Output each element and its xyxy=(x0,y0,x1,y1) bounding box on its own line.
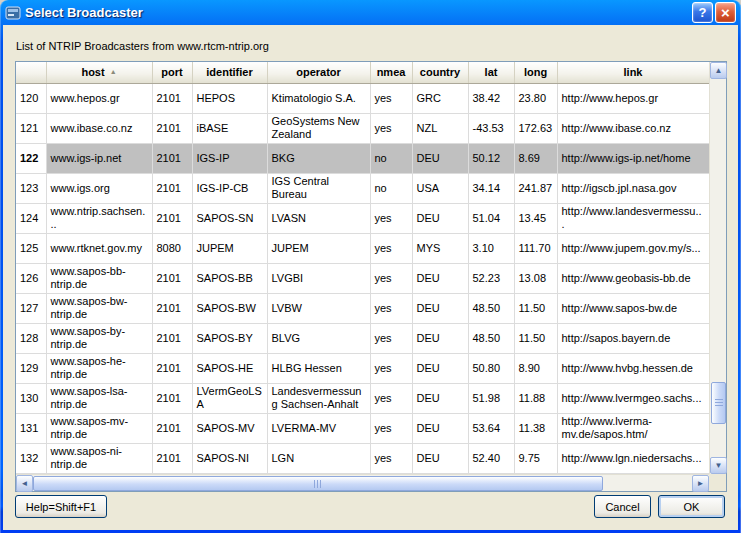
col-header-link[interactable]: link xyxy=(557,62,709,83)
cancel-button[interactable]: Cancel xyxy=(594,495,651,518)
cell-nmea[interactable]: yes xyxy=(370,263,412,293)
cell-num[interactable]: 126 xyxy=(16,263,46,293)
cell-country[interactable]: NZL xyxy=(412,113,468,143)
cell-nmea[interactable]: yes xyxy=(370,83,412,113)
cell-lat[interactable]: 52.40 xyxy=(468,443,514,473)
table-row[interactable]: 126www.sapos-bb-ntrip.de2101SAPOS-BBLVGB… xyxy=(16,263,709,293)
cell-long[interactable]: 13.45 xyxy=(514,203,557,233)
cell-country[interactable]: USA xyxy=(412,173,468,203)
cell-link[interactable]: http://www.hvbg.hessen.de xyxy=(557,353,709,383)
cell-long[interactable]: 111.70 xyxy=(514,233,557,263)
cell-country[interactable]: DEU xyxy=(412,263,468,293)
cell-nmea[interactable]: yes xyxy=(370,203,412,233)
cell-long[interactable]: 9.75 xyxy=(514,443,557,473)
cell-host[interactable]: www.ntrip.sachsen... xyxy=(46,203,152,233)
cell-operator[interactable]: IGS Central Bureau xyxy=(267,173,370,203)
cell-operator[interactable]: GeoSystems New Zealand xyxy=(267,113,370,143)
col-header-nmea[interactable]: nmea xyxy=(370,62,412,83)
cell-nmea[interactable]: yes xyxy=(370,353,412,383)
table-row[interactable]: 121www.ibase.co.nz2101iBASEGeoSystems Ne… xyxy=(16,113,709,143)
cell-operator[interactable]: LVASN xyxy=(267,203,370,233)
horizontal-scrollbar-thumb[interactable] xyxy=(33,476,603,491)
cell-port[interactable]: 2101 xyxy=(152,173,192,203)
scroll-up-icon[interactable]: ▲ xyxy=(710,62,727,79)
cell-nmea[interactable]: yes xyxy=(370,233,412,263)
cell-country[interactable]: DEU xyxy=(412,203,468,233)
cell-lat[interactable]: 48.50 xyxy=(468,323,514,353)
cell-country[interactable]: DEU xyxy=(412,383,468,413)
cell-num[interactable]: 125 xyxy=(16,233,46,263)
cell-nmea[interactable]: yes xyxy=(370,113,412,143)
cell-host[interactable]: www.rtknet.gov.my xyxy=(46,233,152,263)
cell-identifier[interactable]: SAPOS-SN xyxy=(192,203,267,233)
table-row[interactable]: 124www.ntrip.sachsen...2101SAPOS-SNLVASN… xyxy=(16,203,709,233)
cell-host[interactable]: www.sapos-ni-ntrip.de xyxy=(46,443,152,473)
cell-identifier[interactable]: IGS-IP-CB xyxy=(192,173,267,203)
cell-port[interactable]: 2101 xyxy=(152,113,192,143)
cell-identifier[interactable]: SAPOS-MV xyxy=(192,413,267,443)
table-row[interactable]: 128www.sapos-by-ntrip.de2101SAPOS-BYBLVG… xyxy=(16,323,709,353)
table-row[interactable]: 122www.igs-ip.net2101IGS-IPBKGnoDEU50.12… xyxy=(16,143,709,173)
cell-operator[interactable]: JUPEM xyxy=(267,233,370,263)
cell-host[interactable]: www.sapos-he-ntrip.de xyxy=(46,353,152,383)
cell-nmea[interactable]: yes xyxy=(370,413,412,443)
cell-port[interactable]: 2101 xyxy=(152,413,192,443)
col-header-port[interactable]: port xyxy=(152,62,192,83)
col-header-country[interactable]: country xyxy=(412,62,468,83)
title-bar[interactable]: Select Broadcaster ? × xyxy=(0,0,741,25)
cell-identifier[interactable]: SAPOS-BY xyxy=(192,323,267,353)
cell-num[interactable]: 120 xyxy=(16,83,46,113)
table-row[interactable]: 132www.sapos-ni-ntrip.de2101SAPOS-NILGNy… xyxy=(16,443,709,473)
cell-lat[interactable]: 51.04 xyxy=(468,203,514,233)
cell-port[interactable]: 2101 xyxy=(152,203,192,233)
cell-country[interactable]: DEU xyxy=(412,323,468,353)
cell-num[interactable]: 124 xyxy=(16,203,46,233)
vertical-scrollbar-thumb[interactable] xyxy=(711,382,726,424)
cell-operator[interactable]: LVBW xyxy=(267,293,370,323)
cell-link[interactable]: http://www.lgn.niedersachs... xyxy=(557,443,709,473)
cell-link[interactable]: http://www.ibase.co.nz xyxy=(557,113,709,143)
cell-num[interactable]: 127 xyxy=(16,293,46,323)
cell-nmea[interactable]: yes xyxy=(370,443,412,473)
cell-num[interactable]: 128 xyxy=(16,323,46,353)
cell-port[interactable]: 2101 xyxy=(152,83,192,113)
cell-long[interactable]: 11.38 xyxy=(514,413,557,443)
cell-nmea[interactable]: yes xyxy=(370,293,412,323)
col-header-rownum[interactable] xyxy=(16,62,46,83)
titlebar-help-icon[interactable]: ? xyxy=(692,2,713,23)
col-header-identifier[interactable]: identifier xyxy=(192,62,267,83)
cell-operator[interactable]: BKG xyxy=(267,143,370,173)
cell-num[interactable]: 129 xyxy=(16,353,46,383)
cell-num[interactable]: 122 xyxy=(16,143,46,173)
cell-long[interactable]: 11.50 xyxy=(514,323,557,353)
cell-host[interactable]: www.hepos.gr xyxy=(46,83,152,113)
scroll-down-icon[interactable]: ▼ xyxy=(710,457,727,474)
cell-port[interactable]: 2101 xyxy=(152,323,192,353)
cell-host[interactable]: www.igs.org xyxy=(46,173,152,203)
cell-link[interactable]: http://www.sapos-bw.de xyxy=(557,293,709,323)
close-icon[interactable]: × xyxy=(715,2,736,23)
cell-long[interactable]: 13.08 xyxy=(514,263,557,293)
cell-lat[interactable]: 3.10 xyxy=(468,233,514,263)
cell-operator[interactable]: LVERMA-MV xyxy=(267,413,370,443)
cell-port[interactable]: 2101 xyxy=(152,263,192,293)
cell-country[interactable]: MYS xyxy=(412,233,468,263)
cell-long[interactable]: 11.88 xyxy=(514,383,557,413)
cell-link[interactable]: http://www.lvermgeo.sachs... xyxy=(557,383,709,413)
cell-lat[interactable]: 53.64 xyxy=(468,413,514,443)
cell-port[interactable]: 2101 xyxy=(152,383,192,413)
cell-long[interactable]: 8.90 xyxy=(514,353,557,383)
col-header-host[interactable]: host▲ xyxy=(46,62,152,83)
cell-link[interactable]: http://igscb.jpl.nasa.gov xyxy=(557,173,709,203)
cell-link[interactable]: http://www.jupem.gov.my/s... xyxy=(557,233,709,263)
cell-nmea[interactable]: no xyxy=(370,173,412,203)
cell-country[interactable]: DEU xyxy=(412,413,468,443)
cell-port[interactable]: 8080 xyxy=(152,233,192,263)
cell-country[interactable]: DEU xyxy=(412,353,468,383)
cell-port[interactable]: 2101 xyxy=(152,443,192,473)
help-button[interactable]: Help=Shift+F1 xyxy=(15,495,107,518)
col-header-lat[interactable]: lat xyxy=(468,62,514,83)
cell-operator[interactable]: LVGBI xyxy=(267,263,370,293)
table-row[interactable]: 131www.sapos-mv-ntrip.de2101SAPOS-MVLVER… xyxy=(16,413,709,443)
cell-long[interactable]: 172.63 xyxy=(514,113,557,143)
